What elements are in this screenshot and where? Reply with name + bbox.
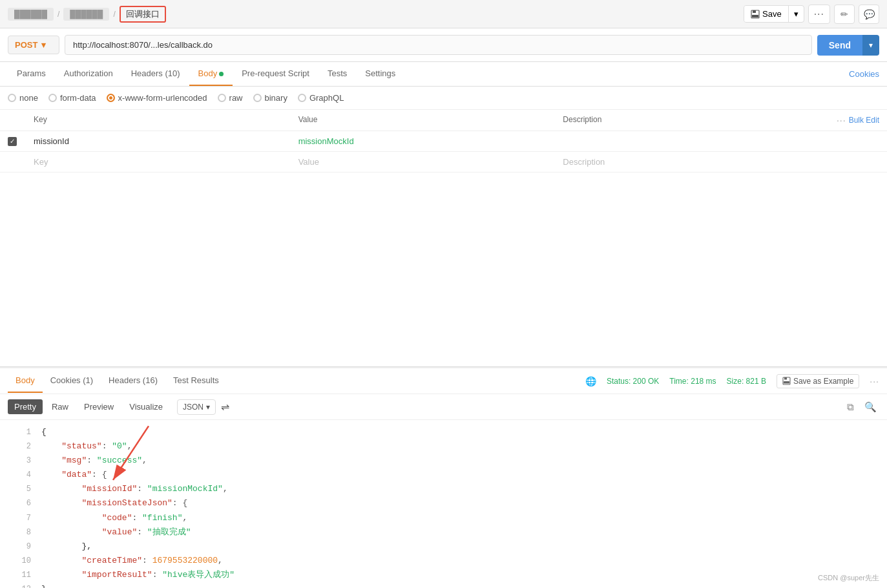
response-tab-headers[interactable]: Headers (16) [101, 369, 165, 393]
row1-key[interactable]: missionId [34, 136, 298, 146]
format-tab-visualize[interactable]: Visualize [123, 399, 169, 414]
row1-checkbox[interactable]: ✓ [8, 137, 34, 146]
response-section: Body Cookies (1) Headers (16) Test Resul… [0, 367, 887, 588]
radio-graphql-circle [298, 94, 306, 102]
params-table: Key Value Description ··· Bulk Edit ✓ mi… [0, 110, 887, 173]
response-status-bar: 🌐 Status: 200 OK Time: 218 ms Size: 821 … [585, 374, 879, 388]
breadcrumb-sep2: / [113, 10, 115, 19]
svg-rect-4 [784, 377, 787, 380]
radio-none[interactable]: none [8, 93, 38, 103]
col-value-header: Value [298, 115, 563, 125]
svg-rect-2 [752, 15, 758, 17]
code-line-2: 2 "status": "0", [0, 439, 887, 454]
copy-icon[interactable]: ⧉ [844, 400, 857, 414]
radio-formdata-circle [48, 94, 57, 102]
col-desc-header: Description [563, 115, 828, 125]
format-type-label: JSON [183, 403, 203, 412]
request-tab-bar: Params Authorization Headers (10) Body P… [0, 62, 887, 87]
tab-tests[interactable]: Tests [318, 62, 356, 86]
code-line-11: 11 "importResult": "hive表导入成功" [0, 568, 887, 582]
url-input[interactable] [65, 35, 812, 55]
radio-graphql[interactable]: GraphQL [298, 93, 344, 103]
tab-authorization[interactable]: Authorization [55, 62, 122, 86]
row1-value[interactable]: missionMockId [298, 136, 563, 146]
comment-icon-button[interactable]: 💬 [859, 5, 879, 24]
body-type-bar: none form-data x-www-form-urlencoded raw… [0, 87, 887, 110]
top-bar-actions: Save ▾ ··· ✏ 💬 [744, 5, 879, 24]
time-text: Time: 218 ms [669, 377, 716, 386]
watermark: CSDN @super先生 [818, 573, 879, 583]
tab-body[interactable]: Body [189, 62, 233, 86]
code-line-12: 12 } [0, 582, 887, 588]
top-bar: ██████ / ██████ / 回调接口 Save ▾ ··· ✏ � [0, 0, 887, 28]
table-row: ✓ missionId missionMockId [0, 131, 887, 152]
code-line-3: 3 "msg": "success", [0, 454, 887, 468]
radio-graphql-label: GraphQL [309, 93, 344, 103]
bulk-edit-button[interactable]: Bulk Edit [849, 116, 879, 125]
table-header: Key Value Description ··· Bulk Edit [0, 110, 887, 131]
tab-prerequest[interactable]: Pre-request Script [233, 62, 318, 86]
save-chevron-button[interactable]: ▾ [788, 6, 804, 22]
row2-key-placeholder[interactable]: Key [34, 157, 298, 167]
radio-urlencoded-circle [107, 94, 115, 102]
code-line-1: 1 { [0, 425, 887, 439]
status-text: Status: 200 OK [607, 377, 659, 386]
save-example-icon [782, 377, 791, 385]
radio-binary-circle [253, 94, 262, 102]
response-tab-bar: Body Cookies (1) Headers (16) Test Resul… [0, 368, 887, 394]
search-icon[interactable]: 🔍 [862, 400, 879, 414]
row2-value-placeholder[interactable]: Value [298, 157, 563, 167]
radio-urlencoded[interactable]: x-www-form-urlencoded [107, 93, 207, 103]
response-format-bar: Pretty Raw Preview Visualize JSON ▾ ⇌ ⧉ … [0, 394, 887, 420]
response-tab-testresults[interactable]: Test Results [165, 369, 227, 393]
tab-settings[interactable]: Settings [356, 62, 404, 86]
radio-none-circle [8, 94, 16, 102]
code-line-7: 7 "code": "finish", [0, 511, 887, 525]
code-line-4: 4 "data": { [0, 468, 887, 482]
table-row-empty: Key Value Description [0, 152, 887, 173]
cookies-link[interactable]: Cookies [849, 69, 879, 79]
send-button[interactable]: Send [817, 35, 862, 56]
svg-rect-5 [784, 381, 789, 384]
main-container: ██████ / ██████ / 回调接口 Save ▾ ··· ✏ � [0, 0, 887, 588]
radio-none-label: none [19, 93, 38, 103]
response-tab-body[interactable]: Body [8, 369, 43, 393]
response-tab-cookies[interactable]: Cookies (1) [43, 369, 101, 393]
format-tab-preview[interactable]: Preview [78, 399, 120, 414]
response-body: 1 { 2 "status": "0", 3 "msg": "success", [0, 420, 887, 588]
save-group: Save ▾ [744, 5, 804, 23]
breadcrumb-current: 回调接口 [120, 6, 166, 23]
radio-formdata[interactable]: form-data [48, 93, 96, 103]
col-key-header: Key [34, 115, 298, 125]
radio-formdata-label: form-data [60, 93, 96, 103]
radio-urlencoded-label: x-www-form-urlencoded [118, 93, 207, 103]
tab-params[interactable]: Params [8, 62, 55, 86]
tab-headers[interactable]: Headers (10) [122, 62, 189, 86]
size-text: Size: 821 B [727, 377, 766, 386]
save-button[interactable]: Save [744, 6, 788, 22]
save-example-button[interactable]: Save as Example [777, 374, 859, 388]
send-group: Send ▾ [817, 35, 879, 56]
code-line-5: 5 "missionId": "missionMockId", [0, 482, 887, 496]
save-label: Save [762, 9, 782, 19]
code-line-10: 10 "createTime": 1679553220000, [0, 554, 887, 568]
globe-icon: 🌐 [585, 376, 596, 386]
response-more-button[interactable]: ··· [870, 376, 879, 386]
format-tab-raw[interactable]: Raw [45, 399, 75, 414]
format-tab-pretty[interactable]: Pretty [8, 399, 43, 414]
row2-desc-placeholder[interactable]: Description [563, 157, 828, 167]
method-label: POST [15, 40, 37, 50]
format-type-chevron: ▾ [206, 403, 210, 412]
format-type-select[interactable]: JSON ▾ [177, 399, 216, 415]
edit-icon-button[interactable]: ✏ [834, 5, 855, 24]
method-chevron: ▾ [41, 40, 46, 50]
radio-raw-label: raw [229, 93, 243, 103]
send-chevron-button[interactable]: ▾ [862, 35, 879, 56]
radio-binary[interactable]: binary [253, 93, 287, 103]
radio-raw[interactable]: raw [218, 93, 243, 103]
wrap-icon[interactable]: ⇌ [221, 401, 229, 413]
save-icon [751, 10, 760, 19]
method-select[interactable]: POST ▾ [8, 36, 59, 54]
more-options-button[interactable]: ··· [808, 5, 830, 24]
request-body-spacer [0, 173, 887, 367]
